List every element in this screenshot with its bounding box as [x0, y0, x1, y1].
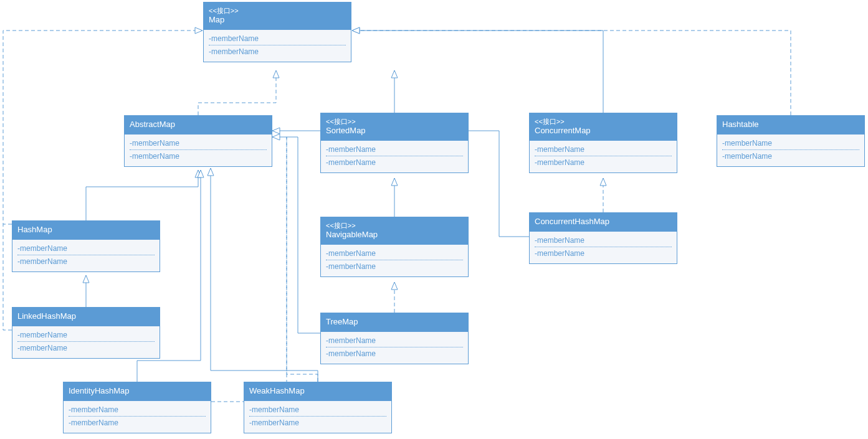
class-member: -memberName	[326, 156, 463, 169]
class-member: -memberName	[130, 137, 267, 150]
edge-hashmap-abstractmap	[86, 170, 198, 220]
class-members: -memberName -memberName	[321, 245, 468, 276]
class-identityhashmap: IdentityHashMap -memberName -memberName	[63, 382, 211, 433]
class-concurrentmap: <<接口>> ConcurrentMap -memberName -member…	[529, 113, 677, 173]
class-member: -memberName	[249, 417, 386, 429]
class-stereotype: <<接口>>	[326, 117, 463, 126]
class-abstractmap: AbstractMap -memberName -memberName	[124, 115, 272, 167]
class-member: -memberName	[535, 156, 672, 169]
class-member: -memberName	[69, 404, 206, 417]
class-header: LinkedHashMap	[12, 308, 160, 326]
class-members: -memberName -memberName	[125, 135, 272, 166]
class-linkedhashmap: LinkedHashMap -memberName -memberName	[12, 307, 160, 359]
class-stereotype: <<接口>>	[326, 221, 463, 230]
class-map: <<接口>> Map -memberName -memberName	[203, 2, 351, 62]
class-member: -memberName	[326, 247, 463, 260]
class-member: -memberName	[17, 242, 155, 255]
class-header: WeakHashMap	[244, 382, 391, 401]
class-navigablemap: <<接口>> NavigableMap -memberName -memberN…	[320, 217, 469, 277]
class-hashmap: HashMap -memberName -memberName	[12, 220, 160, 272]
edge-treemap-abstractmap	[272, 137, 320, 333]
class-member: -memberName	[535, 234, 672, 247]
edge-linkedhashmap-map	[3, 224, 12, 330]
class-members: -memberName -memberName	[12, 326, 160, 358]
class-member: -memberName	[209, 45, 346, 58]
edge-weakhashmap-map	[287, 137, 318, 382]
class-header: TreeMap	[321, 313, 468, 332]
class-members: -memberName -memberName	[12, 240, 160, 271]
class-members: -memberName -memberName	[321, 141, 468, 172]
class-sortedmap: <<接口>> SortedMap -memberName -memberName	[320, 113, 469, 173]
class-header: AbstractMap	[125, 116, 272, 135]
class-weakhashmap: WeakHashMap -memberName -memberName	[244, 382, 392, 433]
class-header: <<接口>> SortedMap	[321, 113, 468, 141]
class-treemap: TreeMap -memberName -memberName	[320, 313, 469, 364]
class-member: -memberName	[326, 143, 463, 156]
class-member: -memberName	[722, 137, 859, 150]
class-header: Hashtable	[717, 116, 864, 135]
class-member: -memberName	[209, 32, 346, 45]
class-name: LinkedHashMap	[17, 311, 155, 322]
class-name: ConcurrentHashMap	[535, 217, 672, 227]
class-member: -memberName	[326, 260, 463, 273]
class-name: TreeMap	[326, 317, 463, 328]
class-member: -memberName	[17, 342, 155, 354]
class-member: -memberName	[326, 334, 463, 347]
class-name: IdentityHashMap	[69, 386, 206, 397]
class-header: <<接口>> NavigableMap	[321, 217, 468, 245]
class-member: -memberName	[130, 150, 267, 163]
class-members: -memberName -memberName	[64, 401, 211, 433]
class-concurrenthashmap: ConcurrentHashMap -memberName -memberNam…	[529, 212, 677, 264]
class-member: -memberName	[249, 404, 386, 417]
class-member: -memberName	[535, 143, 672, 156]
class-member: -memberName	[17, 329, 155, 342]
class-stereotype: <<接口>>	[209, 6, 346, 15]
class-name: NavigableMap	[326, 230, 463, 240]
class-member: -memberName	[17, 255, 155, 268]
edge-hashtable-map	[352, 31, 791, 115]
class-header: IdentityHashMap	[64, 382, 211, 401]
edge-abstractmap-map	[198, 70, 276, 115]
edge-weakhashmap-abstractmap	[211, 168, 318, 382]
class-header: <<接口>> ConcurrentMap	[530, 113, 677, 141]
class-name: Map	[209, 15, 346, 26]
class-members: -memberName -memberName	[204, 30, 351, 62]
class-header: ConcurrentHashMap	[530, 213, 677, 232]
class-name: HashMap	[17, 225, 155, 235]
class-hashtable: Hashtable -memberName -memberName	[717, 115, 865, 167]
class-members: -memberName -memberName	[530, 141, 677, 172]
class-members: -memberName -memberName	[321, 332, 468, 364]
edge-identityhashmap-map-branch	[211, 137, 287, 402]
class-member: -memberName	[69, 417, 206, 429]
class-member: -memberName	[722, 150, 859, 163]
class-stereotype: <<接口>>	[535, 117, 672, 126]
class-name: WeakHashMap	[249, 386, 386, 397]
edge-concurrentmap-map	[352, 31, 603, 113]
class-members: -memberName -memberName	[717, 135, 864, 166]
class-members: -memberName -memberName	[530, 232, 677, 263]
class-member: -memberName	[326, 347, 463, 360]
class-name: SortedMap	[326, 126, 463, 136]
class-header: <<接口>> Map	[204, 2, 351, 30]
class-members: -memberName -memberName	[244, 401, 391, 433]
class-member: -memberName	[535, 247, 672, 260]
class-name: Hashtable	[722, 120, 859, 130]
class-name: AbstractMap	[130, 120, 267, 130]
class-header: HashMap	[12, 221, 160, 240]
class-name: ConcurrentMap	[535, 126, 672, 136]
